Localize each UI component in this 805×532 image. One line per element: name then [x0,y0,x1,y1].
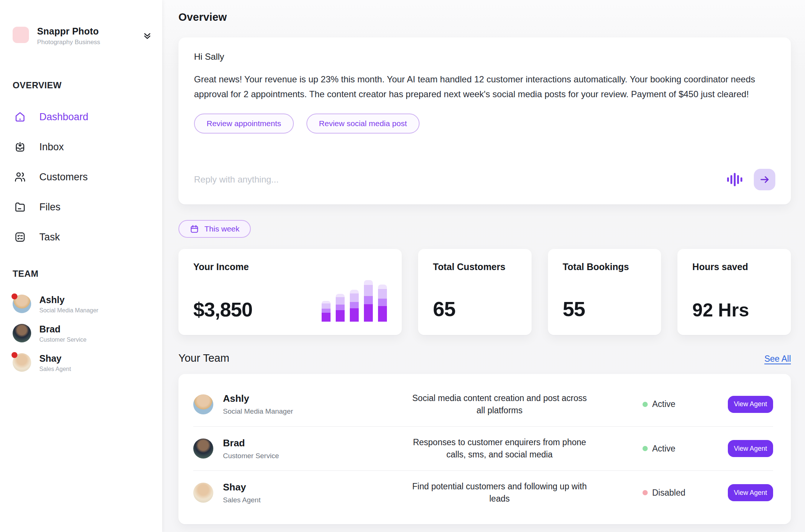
member-description: Find potential customers and following u… [411,480,589,505]
status-badge: Active [643,444,728,454]
arrow-right-icon [759,174,770,185]
sidebar-section-overview: OVERVIEW [13,80,152,91]
avatar [193,483,213,503]
income-card: Your Income $3,850 [178,249,402,335]
sidebar-item-files[interactable]: Files [13,199,152,215]
income-bar [350,290,359,322]
users-icon [14,171,26,183]
stat-title: Your Income [193,262,252,272]
income-bar [378,285,387,322]
review-social-media-post-button[interactable]: Review social media post [306,114,420,134]
status-label: Disabled [652,488,686,498]
notification-dot [12,293,17,299]
chevrons-down-icon[interactable] [142,30,152,41]
member-name: Shay [223,482,260,493]
view-agent-button[interactable]: View Agent [728,484,773,501]
sidebar-team-brad[interactable]: Brad Customer Service [13,324,152,343]
workspace-logo [13,27,29,43]
sidebar-item-label: Files [39,201,60,213]
team-row-brad: Brad Customer Service Responses to custo… [193,426,773,470]
avatar [193,439,213,459]
page-title: Overview [178,11,791,23]
sidebar-nav: Dashboard Inbox Customers Files Task [13,109,152,245]
reply-input[interactable]: Reply with anything... [194,174,279,185]
team-row-shay: Shay Sales Agent Find potential customer… [193,470,773,515]
total-customers-card: Total Customers 65 [418,249,532,335]
avatar [13,353,31,372]
sidebar-item-task[interactable]: Task [13,229,152,245]
workspace-switcher[interactable]: Snappr Photo Photography Business [13,26,152,46]
member-name: Ashly [39,295,98,305]
sidebar-item-label: Task [39,231,60,243]
main-content: Overview Hi Sally Great news! Your reven… [162,0,805,532]
income-value: $3,850 [193,298,252,321]
status-dot [643,402,648,407]
member-name: Brad [223,437,279,449]
send-button[interactable] [754,169,775,190]
avatar [13,324,31,342]
avatar [13,295,31,313]
income-bar [336,294,345,322]
calendar-icon [190,224,199,234]
member-role: Customer Service [39,336,86,343]
member-role: Social Media Manager [223,407,293,416]
date-range-label: This week [204,224,240,233]
sidebar-item-label: Dashboard [39,111,88,123]
stat-title: Total Customers [433,262,517,272]
income-bar [364,280,373,322]
sidebar: Snappr Photo Photography Business OVERVI… [0,0,162,532]
sidebar-team-ashly[interactable]: Ashly Social Media Manager [13,295,152,314]
sidebar-item-label: Customers [39,171,88,183]
member-name: Brad [39,324,86,335]
team-row-ashly: Ashly Social Media Manager Social media … [193,382,773,426]
avatar [193,394,213,414]
total-bookings-value: 55 [563,297,647,321]
sidebar-item-customers[interactable]: Customers [13,169,152,185]
member-role: Social Media Manager [39,307,98,314]
hours-saved-card: Hours saved 92 Hrs [677,249,791,335]
task-icon [14,231,26,243]
team-table: Ashly Social Media Manager Social media … [178,374,791,524]
inbox-icon [14,141,26,153]
sidebar-team-shay[interactable]: Shay Sales Agent [13,353,152,372]
sidebar-team-list: Ashly Social Media Manager Brad Customer… [13,295,152,372]
stats-row: Your Income $3,850 Total Customers 65 To… [178,249,791,335]
sidebar-item-label: Inbox [39,141,64,153]
greeting-card: Hi Sally Great news! Your revenue is up … [178,37,791,204]
total-bookings-card: Total Bookings 55 [548,249,661,335]
status-dot [643,490,648,495]
notification-dot [12,352,17,358]
member-name: Ashly [223,393,293,404]
greeting-message: Great news! Your revenue is up 23% this … [194,72,775,102]
workspace-name: Snappr Photo [37,26,100,37]
total-customers-value: 65 [433,297,517,321]
sidebar-item-inbox[interactable]: Inbox [13,139,152,155]
status-label: Active [652,444,676,454]
income-bar [322,301,331,322]
member-role: Sales Agent [223,496,260,504]
stat-title: Hours saved [692,262,776,272]
workspace-subtitle: Photography Business [37,39,100,46]
status-dot [643,446,648,451]
member-description: Social media content creation and post a… [411,392,589,417]
greeting-salutation: Hi Sally [194,52,775,62]
status-badge: Active [643,399,728,409]
member-role: Sales Agent [39,366,71,372]
status-label: Active [652,399,676,409]
income-bar-chart [322,277,387,322]
date-range-chip[interactable]: This week [178,220,251,238]
see-all-link[interactable]: See All [764,354,791,364]
review-appointments-button[interactable]: Review appointments [194,114,294,134]
member-description: Responses to customer enquirers from pho… [411,436,589,461]
view-agent-button[interactable]: View Agent [728,440,773,457]
status-badge: Disabled [643,488,728,498]
home-icon [14,111,26,123]
view-agent-button[interactable]: View Agent [728,396,773,413]
hours-saved-value: 92 Hrs [692,299,776,321]
member-name: Shay [39,353,71,364]
sidebar-section-team: TEAM [13,269,152,279]
team-section-title: Your Team [178,352,229,364]
sidebar-item-dashboard[interactable]: Dashboard [13,109,152,125]
stat-title: Total Bookings [563,262,647,272]
voice-waveform-icon[interactable] [727,172,743,187]
